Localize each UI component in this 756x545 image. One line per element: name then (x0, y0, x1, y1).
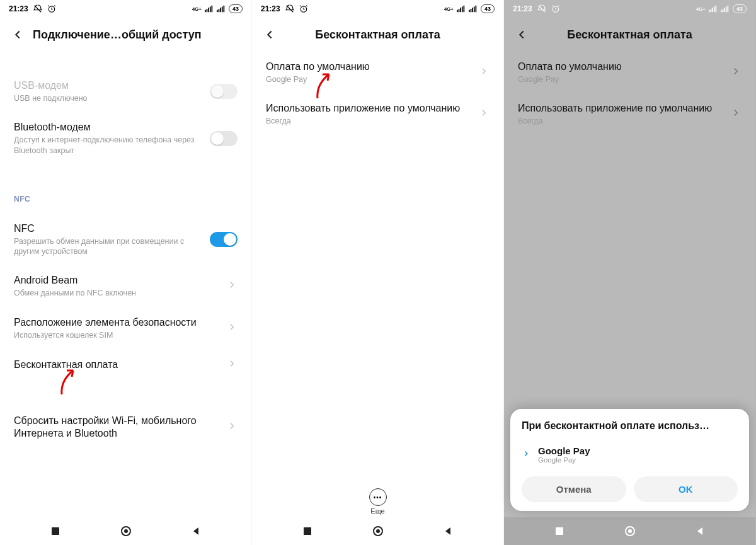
svg-rect-34 (712, 8, 713, 12)
android-navbar (252, 517, 503, 545)
svg-point-14 (124, 529, 128, 533)
dnd-icon (285, 4, 294, 13)
svg-rect-35 (714, 7, 715, 13)
status-time: 21:23 (261, 4, 280, 13)
nfc-toggle[interactable] (210, 232, 238, 247)
svg-rect-41 (727, 6, 728, 13)
battery-badge: 43 (481, 4, 495, 13)
svg-rect-5 (210, 7, 211, 13)
alarm-icon (47, 4, 56, 13)
svg-point-44 (628, 529, 632, 533)
secure-element-label: Расположение элемента безопасности (14, 316, 226, 329)
signal-icon (205, 5, 214, 13)
dialog-option-google-pay[interactable]: Google Pay Google Pay (522, 443, 738, 473)
svg-rect-3 (207, 9, 208, 12)
svg-rect-12 (52, 527, 59, 535)
bt-tether-sub: Доступ к интернет-подключению телефона ч… (14, 135, 210, 156)
svg-rect-26 (475, 6, 476, 13)
bt-tether-label: Bluetooth-модем (14, 121, 210, 134)
nav-recents[interactable] (40, 522, 71, 540)
nav-recents[interactable] (292, 522, 323, 540)
default-payment-row[interactable]: Оплата по умолчанию Google Pay (504, 52, 755, 93)
more-label: Еще (252, 507, 503, 515)
svg-point-29 (376, 529, 380, 533)
svg-rect-2 (205, 10, 206, 13)
nav-home[interactable] (615, 522, 645, 540)
page-title: Бесконтактная оплата (280, 28, 496, 42)
usb-tether-toggle (210, 84, 238, 99)
reset-network-row[interactable]: Сбросить настройки Wi-Fi, мобильного Инт… (0, 406, 251, 449)
nav-back[interactable] (685, 522, 715, 540)
section-nfc: NFC (0, 190, 251, 214)
back-button[interactable] (512, 25, 532, 45)
svg-rect-6 (211, 6, 212, 13)
selected-chevron-icon (522, 449, 533, 461)
chevron-right-icon (730, 107, 742, 121)
alarm-icon (299, 4, 308, 13)
android-navbar (504, 517, 755, 545)
nav-home[interactable] (363, 522, 393, 540)
use-default-app-row[interactable]: Использовать приложение по умолчанию Все… (504, 93, 755, 135)
screen-contactless-pay: 21:23 4G+ 43 Бесконтактная оплата Оплата… (252, 0, 504, 545)
svg-rect-32 (709, 10, 710, 13)
svg-rect-23 (471, 9, 472, 12)
ok-button[interactable]: OK (634, 476, 738, 502)
svg-rect-42 (556, 527, 563, 535)
status-bar: 21:23 4G+ 43 (0, 0, 251, 18)
network-type: 4G+ (192, 6, 202, 12)
svg-line-0 (34, 6, 41, 13)
back-button[interactable] (8, 25, 28, 45)
battery-badge: 43 (733, 4, 747, 13)
svg-rect-18 (459, 9, 460, 12)
header: Бесконтактная оплата (504, 18, 755, 52)
svg-rect-37 (721, 10, 722, 13)
dialog-title: При бесконтактной оплате использ… (522, 420, 738, 432)
signal-icon-2 (217, 5, 226, 13)
use-default-app-label: Использовать приложение по умолчанию (266, 102, 478, 115)
cancel-button[interactable]: Отмена (522, 476, 626, 502)
svg-rect-27 (304, 527, 311, 535)
nav-back[interactable] (433, 522, 463, 540)
more-menu[interactable]: ••• Еще (252, 488, 503, 517)
android-navbar (0, 517, 251, 545)
contactless-pay-row[interactable]: Бесконтактная оплата (0, 349, 251, 381)
secure-element-row[interactable]: Расположение элемента безопасности Испол… (0, 307, 251, 349)
android-beam-label: Android Beam (14, 274, 226, 287)
svg-rect-10 (222, 7, 223, 13)
svg-rect-24 (472, 8, 473, 12)
svg-rect-25 (474, 7, 475, 13)
network-type: 4G+ (696, 6, 706, 12)
default-payment-label: Оплата по умолчанию (518, 60, 730, 73)
default-payment-label: Оплата по умолчанию (266, 60, 478, 73)
dnd-icon (33, 4, 42, 13)
svg-rect-11 (223, 6, 224, 13)
usb-tether-sub: USB не подключено (14, 93, 210, 103)
svg-rect-7 (217, 10, 218, 13)
use-default-app-row[interactable]: Использовать приложение по умолчанию Все… (252, 93, 503, 135)
android-beam-row[interactable]: Android Beam Обмен данными по NFC включе… (0, 265, 251, 307)
chevron-right-icon (730, 66, 742, 79)
svg-rect-17 (457, 10, 458, 13)
default-payment-row[interactable]: Оплата по умолчанию Google Pay (252, 52, 503, 93)
nav-back[interactable] (181, 522, 211, 540)
content: USB-модем USB не подключено Bluetooth-мо… (0, 52, 251, 517)
payment-app-dialog: При бесконтактной оплате использ… Google… (510, 409, 749, 511)
svg-rect-20 (462, 7, 463, 13)
nfc-row[interactable]: NFC Разрешить обмен данными при совмещен… (0, 214, 251, 266)
nfc-label: NFC (14, 222, 210, 235)
use-default-app-sub: Всегда (518, 116, 730, 126)
use-default-app-label: Использовать приложение по умолчанию (518, 102, 730, 115)
signal-icon-2 (721, 5, 730, 13)
svg-rect-19 (460, 8, 461, 12)
nav-home[interactable] (111, 522, 141, 540)
battery-badge: 43 (229, 4, 243, 13)
back-button[interactable] (260, 25, 280, 45)
page-title: Подключение…общий доступ (28, 28, 244, 42)
svg-rect-4 (208, 8, 209, 12)
status-bar: 21:23 4G+ 43 (252, 0, 503, 18)
bt-tether-row[interactable]: Bluetooth-модем Доступ к интернет-подклю… (0, 112, 251, 164)
nav-recents[interactable] (544, 522, 575, 540)
chevron-right-icon (478, 66, 490, 79)
bt-tether-toggle[interactable] (210, 131, 238, 146)
reset-network-label: Сбросить настройки Wi-Fi, мобильного Инт… (14, 415, 226, 440)
